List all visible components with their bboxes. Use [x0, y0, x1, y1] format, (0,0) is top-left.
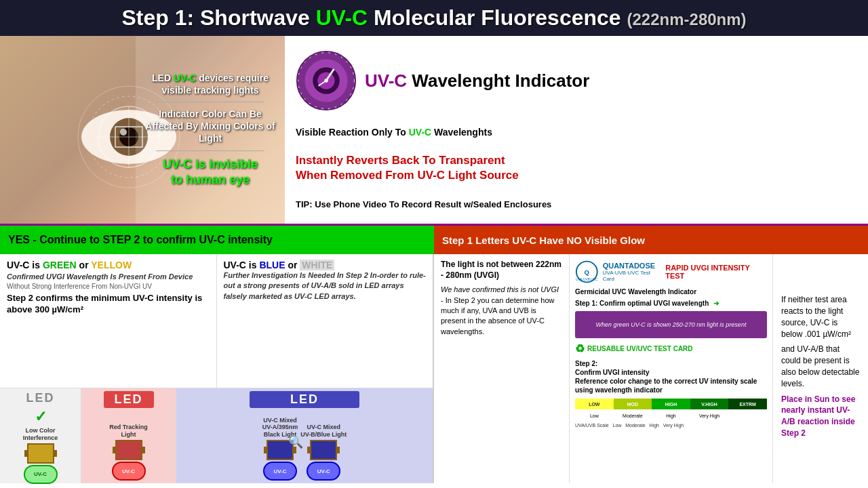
title-suffix: Molecular Fluorescence — [368, 5, 627, 30]
col-green-bold: Step 2 confirms the minimum UV-C intensi… — [7, 293, 210, 316]
quantadose-subtext: UVA·UVB·UVC Test Card — [603, 270, 662, 282]
eye-line2: Indicator Color Can Be Affected By Mixin… — [142, 108, 278, 145]
q-recycle-label: ♻ REUSABLE UV/UVC TEST CARD — [575, 342, 767, 355]
indicator-title: UV-C Wavelenght Indicator — [365, 70, 589, 92]
quantadose-panel: Q UVA·UVB·UVC QUANTADOSE UVA·UVB·UVC Tes… — [570, 254, 773, 483]
device-item-3a: UV-C MixedUV-A/395nmBlack Light 🔍 UV-C — [262, 417, 298, 481]
recycle-icon: ♻ — [575, 342, 585, 355]
bottom-left: UV-C is GREEN or YELLOW Confirmed UVGI W… — [0, 254, 434, 483]
indicator-reverts: Instantly Reverts Back To TransparentWhe… — [296, 153, 857, 183]
quantadose-step1-title: Germicidal UVC Wavelength Indicator — [575, 288, 767, 296]
bottom-left-top: UV-C is GREEN or YELLOW Confirmed UVGI W… — [0, 254, 433, 388]
eye-uvc-invisible: UV-C is invisibleto human eye — [142, 157, 278, 188]
device-caption-1: Low ColorInterference — [23, 427, 58, 442]
eye-area: LED UV-C devices require visible trackin… — [0, 36, 285, 224]
scale-seg-2: MOD — [614, 399, 652, 409]
device-item-3b: UV-C MixedUV-B/Blue Light UV-C — [300, 424, 347, 481]
quantadose-logo-text: QUANTADOSE — [603, 262, 662, 270]
banner-left-text: YES - Continue to STEP 2 to confirm UV-C… — [8, 234, 273, 246]
svg-text:Q: Q — [585, 268, 590, 276]
eye-line1: LED UV-C devices require visible trackin… — [142, 72, 278, 96]
step1-label: Germicidal UVC Wavelength Indicator — [575, 288, 696, 296]
indicator-subtitle: Visible Reaction Only To UV-C Wavelenght… — [296, 127, 857, 138]
col-blue-white: UV-C is BLUE or WHITE Further Investigat… — [217, 254, 433, 388]
quantadose-step2: Step 2: Confirm UVGI intensity Reference… — [575, 359, 767, 394]
scale-seg-5: EXTRM — [728, 399, 767, 409]
indicator-title-text: UV-C Wavelenght Indicator — [365, 70, 589, 92]
right-info-line3: Place in Sun to see nearly instant UV-A/… — [781, 394, 860, 439]
q-purple-box: When green UV-C is shown 250-270 nm ligh… — [575, 311, 767, 338]
magnify-icon: 🔍 — [288, 434, 303, 449]
svg-point-3 — [120, 129, 127, 136]
top-section: LED UV-C devices require visible trackin… — [0, 36, 868, 226]
banner-right: Step 1 Letters UV-C Have NO Visible Glow — [434, 226, 868, 254]
led-strip: LED ✓ Low ColorInterference UV-C LED Red… — [0, 388, 433, 483]
title-range: (222nm-280nm) — [627, 10, 747, 28]
led-col-3: LED UV-C MixedUV-A/395nmBlack Light 🔍 UV… — [176, 388, 433, 483]
svg-text:UVA·UVB·UVC: UVA·UVB·UVC — [576, 278, 598, 281]
q-scale-bar: LOW MOD HIGH V.HIGH EXTRM — [575, 399, 767, 409]
led-device-row-2: Red TrackingLight UV-C — [81, 411, 176, 483]
eye-text-overlay: LED UV-C devices require visible trackin… — [136, 36, 285, 224]
bottom-section: UV-C is GREEN or YELLOW Confirmed UVGI W… — [0, 254, 868, 483]
rapid-test-title: RAPID UVGI INTENSITY TEST — [665, 264, 767, 280]
device-badge-3b: UV-C — [307, 462, 340, 481]
col-green-subtitle: Confirmed UVGI Wavelength Is Present Fro… — [7, 272, 210, 281]
right-info-line1: If neither test area reacts to the light… — [781, 294, 860, 340]
quantadose-header: Q UVA·UVB·UVC QUANTADOSE UVA·UVB·UVC Tes… — [575, 260, 767, 284]
col-green-title: UV-C is GREEN or YELLOW — [7, 260, 210, 270]
title-uvc: UV-C — [316, 5, 368, 30]
title-prefix: Step 1: Shortwave — [121, 5, 315, 30]
indicator-uvc: UV-C — [365, 70, 407, 91]
checkmark-1: ✓ — [35, 408, 47, 426]
eye-uvc-1: UV-C — [174, 73, 196, 83]
device-item-2: Red TrackingLight UV-C — [109, 424, 148, 481]
indicator-wavelength-text: Wavelenght Indicator — [412, 70, 589, 91]
led-device-row-1: ✓ Low ColorInterference UV-C — [0, 408, 81, 487]
banner-left: YES - Continue to STEP 2 to confirm UV-C… — [0, 226, 434, 254]
no-glow-title: The light is not between 222nm - 280nm (… — [441, 260, 562, 281]
right-info-line2: and UV-A/B that could be present is also… — [781, 344, 860, 389]
col-green-subtitle2: Without Strong Interference From Non-UVG… — [7, 283, 210, 290]
led-label-3: LED — [250, 391, 359, 408]
indicator-uvc-sub: UV-C — [409, 127, 431, 138]
indicator-area: UV-C Wavelenght Indicator Visible Reacti… — [285, 36, 868, 224]
no-glow-text: We have confirmed this is not UVGI - In … — [441, 285, 562, 337]
indicator-tip: TIP: Use Phone Video To Record Result w/… — [296, 199, 857, 209]
uvc-indicator-circle — [296, 50, 357, 111]
device-caption-3b: UV-C MixedUV-B/Blue Light — [300, 424, 347, 439]
page-title: Step 1: Shortwave UV-C Molecular Fluores… — [121, 5, 746, 30]
header: Step 1: Shortwave UV-C Molecular Fluores… — [0, 0, 868, 36]
col-green-yellow: UV-C is GREEN or YELLOW Confirmed UVGI W… — [0, 254, 217, 388]
device-chip-3b — [310, 440, 337, 460]
led-label-2: LED — [104, 391, 154, 408]
step2-title: Step 2: — [575, 360, 597, 367]
middle-banner: YES - Continue to STEP 2 to confirm UV-C… — [0, 226, 868, 254]
quantadose-step1-sub: Step 1: Confirm optimal UVGI wavelength … — [575, 300, 767, 307]
uvab-label: UVA/UVB Scale Low Moderate High Very Hig… — [575, 423, 767, 428]
bottom-right: The light is not between 222nm - 280nm (… — [434, 254, 868, 483]
device-item-1: ✓ Low ColorInterference UV-C — [23, 408, 58, 484]
device-badge-1: UV-C — [24, 465, 58, 484]
q-scale-labels: Low Moderate High Very High — [575, 413, 767, 418]
led-col-1: LED ✓ Low ColorInterference UV-C — [0, 388, 81, 483]
right-info: If neither test area reacts to the light… — [773, 254, 868, 483]
col-blue-text: Further Investigation Is Needed In Step … — [224, 270, 427, 302]
scale-seg-1: LOW — [575, 399, 614, 409]
led-device-row-3: UV-C MixedUV-A/395nmBlack Light 🔍 UV-C U… — [176, 411, 433, 483]
device-badge-3a: UV-C — [263, 462, 297, 481]
device-chip-1 — [27, 443, 54, 464]
led-col-2: LED Red TrackingLight UV-C — [81, 388, 176, 483]
led-label-1: LED — [26, 391, 55, 405]
banner-right-text: Step 1 Letters UV-C Have NO Visible Glow — [442, 235, 645, 246]
indicator-title-row: UV-C Wavelenght Indicator — [296, 50, 857, 111]
device-badge-2: UV-C — [112, 462, 146, 481]
col-no-glow: The light is not between 222nm - 280nm (… — [434, 254, 570, 483]
scale-seg-4: V.HIGH — [690, 399, 729, 409]
scale-seg-3: HIGH — [652, 399, 690, 409]
col-blue-title: UV-C is BLUE or WHITE — [224, 260, 427, 270]
device-caption-2: Red TrackingLight — [109, 424, 148, 439]
device-chip-2 — [115, 440, 142, 460]
quantadose-logo-icon: Q UVA·UVB·UVC — [575, 260, 599, 284]
eye-divider — [156, 102, 264, 102]
